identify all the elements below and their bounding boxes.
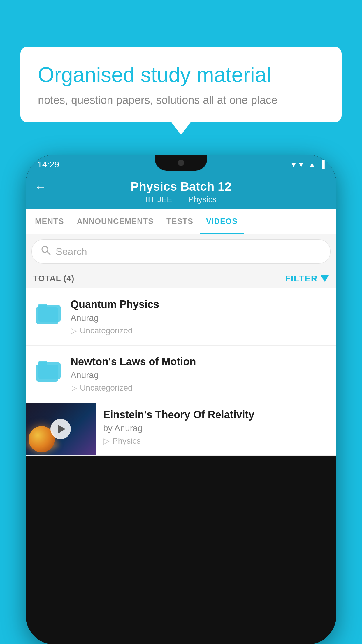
folder-shape-1: [36, 304, 59, 324]
header-title: Physics Batch 12: [131, 180, 231, 194]
header-top: ← Physics Batch 12: [34, 180, 328, 194]
speech-bubble-container: Organised study material notes, question…: [20, 47, 342, 123]
video-tag-3: ▷ Physics: [103, 436, 329, 446]
list-item[interactable]: Newton's Laws of Motion Anurag ▷ Uncateg…: [26, 346, 336, 403]
folder-icon-1: [33, 300, 62, 329]
video-author-1: Anurag: [71, 313, 329, 323]
list-item[interactable]: Einstein's Theory Of Relativity by Anura…: [26, 403, 336, 456]
video-tag-text-3: Physics: [113, 436, 140, 446]
video-info-1: Quantum Physics Anurag ▷ Uncategorized: [71, 298, 329, 335]
folder-icon-2: [33, 357, 62, 386]
tab-ments[interactable]: MENTS: [29, 209, 71, 234]
speech-bubble-subtitle: notes, question papers, solutions all at…: [38, 94, 324, 106]
back-button[interactable]: ←: [34, 180, 47, 194]
header-subtitle-left: IIT JEE: [146, 195, 172, 204]
search-input[interactable]: Search: [56, 246, 87, 257]
folder-front-1: [38, 305, 61, 322]
tab-videos[interactable]: VIDEOS: [200, 209, 244, 234]
video-tag-1: ▷ Uncategorized: [71, 326, 329, 335]
tag-icon-2: ▷: [71, 383, 77, 393]
notch: [155, 155, 207, 171]
video-thumbnail-3: [26, 403, 96, 455]
video-tag-2: ▷ Uncategorized: [71, 383, 329, 393]
video-info-3: Einstein's Theory Of Relativity by Anura…: [96, 403, 336, 452]
search-bar[interactable]: Search: [31, 239, 331, 264]
battery-icon: ▐: [319, 160, 325, 169]
speech-bubble: Organised study material notes, question…: [20, 47, 342, 123]
phone-frame: 14:29 ▼▼ ▲ ▐ ← Physics Batch 12 IIT JEE …: [26, 155, 336, 644]
play-icon-3: [58, 424, 65, 434]
signal-icon: ▲: [308, 160, 316, 169]
filter-label: FILTER: [285, 274, 318, 284]
status-time: 14:29: [37, 160, 59, 169]
video-info-2: Newton's Laws of Motion Anurag ▷ Uncateg…: [71, 356, 329, 393]
app-header: ← Physics Batch 12 IIT JEE Physics: [26, 174, 336, 209]
wifi-icon: ▼▼: [290, 160, 305, 169]
tag-icon-3: ▷: [103, 436, 110, 446]
phone-inner: 14:29 ▼▼ ▲ ▐ ← Physics Batch 12 IIT JEE …: [26, 155, 336, 644]
header-subtitle-right: Physics: [188, 195, 216, 204]
video-title-2: Newton's Laws of Motion: [71, 356, 329, 368]
filter-icon: [321, 275, 329, 282]
status-bar: 14:29 ▼▼ ▲ ▐: [26, 155, 336, 174]
search-icon: [41, 245, 51, 258]
tab-announcements[interactable]: ANNOUNCEMENTS: [71, 209, 160, 234]
video-author-3: by Anurag: [103, 423, 329, 433]
video-tag-text-2: Uncategorized: [80, 383, 133, 393]
video-title-1: Quantum Physics: [71, 298, 329, 311]
tabs-bar: MENTS ANNOUNCEMENTS TESTS VIDEOS: [26, 209, 336, 234]
video-author-2: Anurag: [71, 370, 329, 380]
status-icons: ▼▼ ▲ ▐: [290, 160, 325, 169]
filter-row: TOTAL (4) FILTER: [26, 269, 336, 288]
play-button-3[interactable]: [50, 419, 71, 439]
camera-dot: [178, 160, 184, 166]
tab-tests[interactable]: TESTS: [160, 209, 200, 234]
filter-button[interactable]: FILTER: [285, 274, 329, 284]
header-subtitle: IIT JEE Physics: [142, 195, 220, 204]
folder-front-2: [38, 362, 61, 379]
svg-line-1: [47, 252, 50, 255]
total-label: TOTAL (4): [33, 274, 74, 283]
speech-bubble-title: Organised study material: [38, 63, 324, 87]
list-item[interactable]: Quantum Physics Anurag ▷ Uncategorized: [26, 288, 336, 346]
video-list: Quantum Physics Anurag ▷ Uncategorized: [26, 288, 336, 456]
video-tag-text-1: Uncategorized: [80, 326, 133, 335]
video-title-3: Einstein's Theory Of Relativity: [103, 409, 329, 421]
folder-shape-2: [36, 361, 59, 382]
tag-icon-1: ▷: [71, 326, 77, 335]
search-container: Search: [26, 234, 336, 269]
